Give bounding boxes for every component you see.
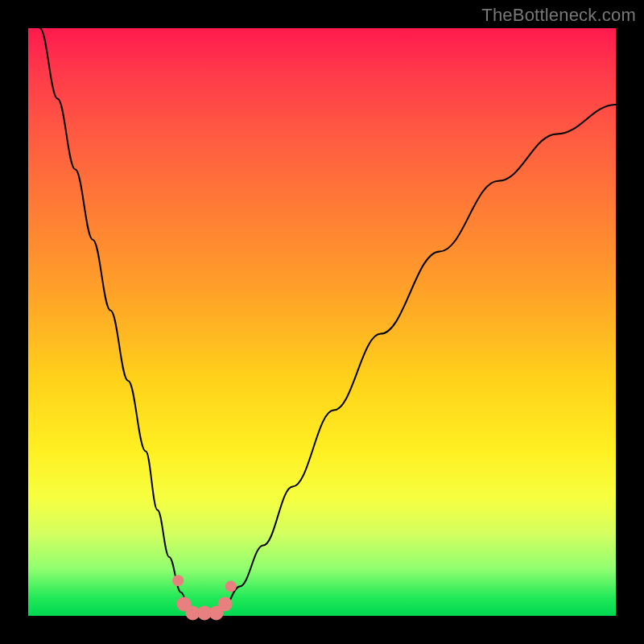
curve-svg (28, 28, 616, 616)
watermark-text: TheBottleneck.com (481, 5, 636, 26)
bottleneck-dot (172, 575, 184, 586)
bottleneck-dot (225, 581, 237, 592)
bottleneck-dot (218, 597, 233, 611)
bottleneck-dots (172, 575, 237, 620)
chart-frame: TheBottleneck.com (0, 0, 644, 644)
bottleneck-curve (40, 28, 616, 616)
plot-area (28, 28, 616, 616)
